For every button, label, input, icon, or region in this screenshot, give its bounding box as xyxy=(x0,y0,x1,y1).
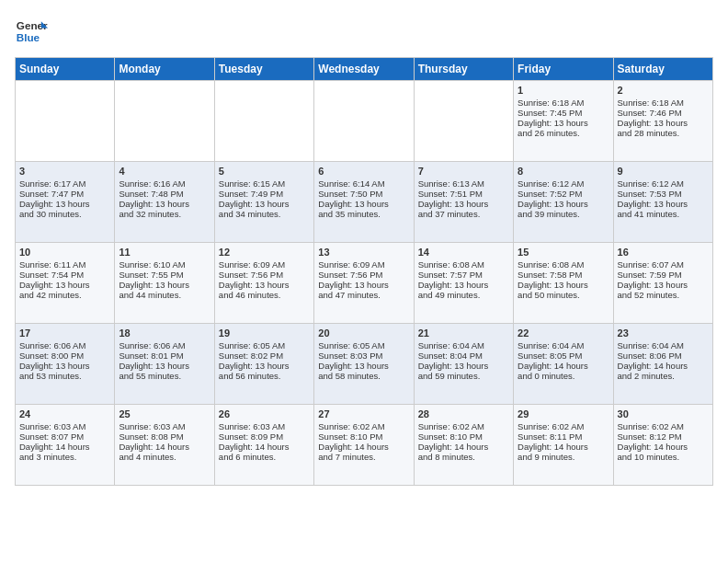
cell-text: and 7 minutes. xyxy=(318,452,409,462)
cell-text: Sunset: 8:05 PM xyxy=(518,350,609,361)
cell-text: Sunset: 8:04 PM xyxy=(418,350,509,361)
calendar-cell xyxy=(214,81,313,162)
weekday-header-saturday: Saturday xyxy=(613,58,712,81)
logo: General Blue xyxy=(15,15,48,48)
cell-text: Daylight: 14 hours xyxy=(318,442,409,452)
cell-text: Sunrise: 6:02 AM xyxy=(518,421,609,431)
calendar-cell: 14Sunrise: 6:08 AMSunset: 7:57 PMDayligh… xyxy=(414,243,513,324)
cell-text: Daylight: 13 hours xyxy=(19,280,110,290)
cell-text: Sunset: 7:56 PM xyxy=(318,270,409,280)
cell-text: and 53 minutes. xyxy=(19,371,110,381)
cell-text: Sunset: 7:50 PM xyxy=(318,189,409,199)
cell-text: Sunset: 7:48 PM xyxy=(119,189,210,199)
calendar-cell xyxy=(314,81,414,162)
weekday-header-thursday: Thursday xyxy=(414,58,513,81)
cell-text: Sunrise: 6:08 AM xyxy=(518,259,609,270)
calendar-cell: 5Sunrise: 6:15 AMSunset: 7:49 PMDaylight… xyxy=(214,162,313,243)
calendar-cell: 26Sunrise: 6:03 AMSunset: 8:09 PMDayligh… xyxy=(214,405,313,486)
cell-text: Daylight: 13 hours xyxy=(19,199,110,209)
cell-text: Sunset: 8:01 PM xyxy=(119,350,210,361)
svg-text:Blue: Blue xyxy=(17,31,40,43)
calendar-cell: 13Sunrise: 6:09 AMSunset: 7:56 PMDayligh… xyxy=(314,243,414,324)
cell-text: Sunset: 8:09 PM xyxy=(219,431,310,442)
cell-text: Sunset: 7:58 PM xyxy=(518,270,609,280)
cell-text: Sunset: 7:52 PM xyxy=(518,189,609,199)
calendar-cell: 8Sunrise: 6:12 AMSunset: 7:52 PMDaylight… xyxy=(514,162,613,243)
day-number: 6 xyxy=(318,166,409,177)
cell-text: Sunset: 7:49 PM xyxy=(219,189,310,199)
cell-text: and 50 minutes. xyxy=(518,290,609,300)
cell-text: Sunrise: 6:02 AM xyxy=(318,421,409,431)
calendar-cell xyxy=(414,81,513,162)
cell-text: Sunrise: 6:13 AM xyxy=(418,178,509,189)
calendar-cell: 29Sunrise: 6:02 AMSunset: 8:11 PMDayligh… xyxy=(514,405,613,486)
cell-text: Sunrise: 6:05 AM xyxy=(318,340,409,350)
cell-text: Sunrise: 6:05 AM xyxy=(219,340,310,350)
cell-text: Sunrise: 6:02 AM xyxy=(418,421,509,431)
cell-text: Sunrise: 6:03 AM xyxy=(219,421,310,431)
logo-icon: General Blue xyxy=(15,15,48,48)
cell-text: Sunset: 8:03 PM xyxy=(318,350,409,361)
page-header: General Blue xyxy=(15,15,713,48)
cell-text: and 49 minutes. xyxy=(418,290,509,300)
calendar-cell: 20Sunrise: 6:05 AMSunset: 8:03 PMDayligh… xyxy=(314,324,414,405)
cell-text: and 39 minutes. xyxy=(518,209,609,219)
day-number: 1 xyxy=(518,85,609,96)
cell-text: Sunset: 8:00 PM xyxy=(19,350,110,361)
cell-text: Sunrise: 6:03 AM xyxy=(19,421,110,431)
calendar-cell: 4Sunrise: 6:16 AMSunset: 7:48 PMDaylight… xyxy=(115,162,214,243)
cell-text: Daylight: 13 hours xyxy=(418,361,509,371)
cell-text: Sunset: 7:46 PM xyxy=(618,108,709,118)
calendar-cell xyxy=(115,81,214,162)
cell-text: and 37 minutes. xyxy=(418,209,509,219)
day-number: 16 xyxy=(618,247,709,258)
calendar-cell: 16Sunrise: 6:07 AMSunset: 7:59 PMDayligh… xyxy=(613,243,712,324)
calendar-cell: 17Sunrise: 6:06 AMSunset: 8:00 PMDayligh… xyxy=(16,324,115,405)
day-number: 9 xyxy=(618,166,709,177)
day-number: 24 xyxy=(19,408,110,419)
day-number: 20 xyxy=(318,327,409,339)
calendar-cell: 2Sunrise: 6:18 AMSunset: 7:46 PMDaylight… xyxy=(613,81,712,162)
calendar-cell: 21Sunrise: 6:04 AMSunset: 8:04 PMDayligh… xyxy=(414,324,513,405)
calendar-cell: 3Sunrise: 6:17 AMSunset: 7:47 PMDaylight… xyxy=(16,162,115,243)
cell-text: Sunrise: 6:06 AM xyxy=(19,340,110,350)
day-number: 19 xyxy=(219,327,310,339)
cell-text: Daylight: 13 hours xyxy=(418,280,509,290)
cell-text: Daylight: 14 hours xyxy=(618,361,709,371)
cell-text: Daylight: 13 hours xyxy=(119,199,210,209)
day-number: 7 xyxy=(418,166,509,177)
cell-text: Sunrise: 6:08 AM xyxy=(418,259,509,270)
day-number: 22 xyxy=(518,327,609,339)
cell-text: Daylight: 13 hours xyxy=(618,280,709,290)
cell-text: and 55 minutes. xyxy=(119,371,210,381)
calendar-cell: 11Sunrise: 6:10 AMSunset: 7:55 PMDayligh… xyxy=(115,243,214,324)
cell-text: Sunrise: 6:06 AM xyxy=(119,340,210,350)
calendar-cell: 23Sunrise: 6:04 AMSunset: 8:06 PMDayligh… xyxy=(613,324,712,405)
cell-text: Sunrise: 6:04 AM xyxy=(418,340,509,350)
cell-text: Sunrise: 6:09 AM xyxy=(318,259,409,270)
cell-text: Sunrise: 6:16 AM xyxy=(119,178,210,189)
cell-text: Daylight: 13 hours xyxy=(418,199,509,209)
calendar-cell: 7Sunrise: 6:13 AMSunset: 7:51 PMDaylight… xyxy=(414,162,513,243)
day-number: 21 xyxy=(418,327,509,339)
calendar-table: SundayMondayTuesdayWednesdayThursdayFrid… xyxy=(15,57,713,486)
cell-text: Daylight: 14 hours xyxy=(618,442,709,452)
cell-text: Sunrise: 6:11 AM xyxy=(19,259,110,270)
cell-text: Daylight: 13 hours xyxy=(119,361,210,371)
calendar-cell: 15Sunrise: 6:08 AMSunset: 7:58 PMDayligh… xyxy=(514,243,613,324)
cell-text: Daylight: 14 hours xyxy=(219,442,310,452)
calendar-cell: 19Sunrise: 6:05 AMSunset: 8:02 PMDayligh… xyxy=(214,324,313,405)
cell-text: and 4 minutes. xyxy=(119,452,210,462)
cell-text: Sunset: 8:07 PM xyxy=(19,431,110,442)
cell-text: and 35 minutes. xyxy=(318,209,409,219)
cell-text: and 59 minutes. xyxy=(418,371,509,381)
cell-text: and 46 minutes. xyxy=(219,290,310,300)
calendar-cell: 9Sunrise: 6:12 AMSunset: 7:53 PMDaylight… xyxy=(613,162,712,243)
cell-text: and 6 minutes. xyxy=(219,452,310,462)
cell-text: Sunset: 7:53 PM xyxy=(618,189,709,199)
cell-text: Daylight: 14 hours xyxy=(19,442,110,452)
cell-text: Sunset: 8:10 PM xyxy=(318,431,409,442)
cell-text: and 0 minutes. xyxy=(518,371,609,381)
day-number: 29 xyxy=(518,408,609,419)
cell-text: Sunset: 7:57 PM xyxy=(418,270,509,280)
